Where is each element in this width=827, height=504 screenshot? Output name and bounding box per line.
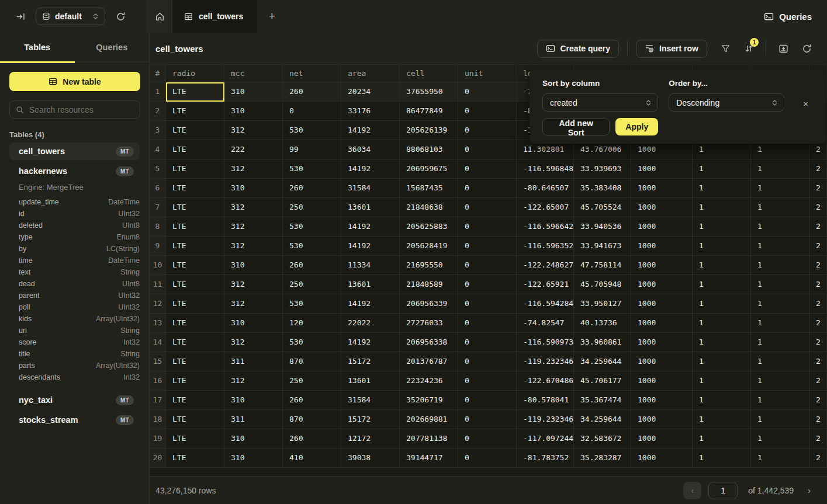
table-cell[interactable]: 250 bbox=[283, 198, 341, 217]
table-cell[interactable]: 310 bbox=[224, 449, 283, 468]
export-button[interactable] bbox=[774, 40, 792, 57]
table-cell[interactable]: LTE bbox=[166, 371, 224, 391]
table-cell[interactable]: 32.583672 bbox=[574, 429, 631, 449]
table-cell[interactable]: 47.758114 bbox=[574, 256, 631, 275]
table-cell[interactable]: 1 bbox=[751, 159, 809, 179]
table-cell[interactable]: 1000 bbox=[631, 256, 693, 275]
table-cell[interactable]: 15172 bbox=[341, 352, 400, 371]
column-header[interactable]: radio bbox=[166, 65, 224, 82]
table-cell[interactable]: 33.939693 bbox=[574, 159, 631, 179]
table-cell[interactable]: 0 bbox=[458, 449, 517, 468]
table-cell[interactable]: 1000 bbox=[631, 449, 693, 468]
table-cell[interactable]: LTE bbox=[166, 179, 224, 198]
table-cell[interactable]: 205626139 bbox=[400, 121, 458, 140]
table-cell[interactable]: -80.646507 bbox=[517, 179, 574, 198]
sidebar-table-hackernews[interactable]: hackernewsMT bbox=[9, 162, 140, 180]
table-cell[interactable]: LTE bbox=[166, 82, 224, 102]
table-cell[interactable]: -81.783752 bbox=[517, 449, 574, 468]
table-cell[interactable]: 205628419 bbox=[400, 237, 458, 256]
database-selector[interactable]: default bbox=[36, 8, 105, 25]
table-cell[interactable]: 222 bbox=[224, 140, 283, 159]
table-cell[interactable]: 1 bbox=[751, 237, 809, 256]
table-cell[interactable]: 13601 bbox=[341, 198, 400, 217]
table-cell[interactable]: 310 bbox=[224, 314, 283, 333]
table-cell[interactable]: 1000 bbox=[631, 429, 693, 449]
table-cell[interactable]: 1 bbox=[751, 449, 809, 468]
table-cell[interactable]: 0 bbox=[458, 410, 517, 429]
table-cell[interactable]: LTE bbox=[166, 140, 224, 159]
sort-column-select[interactable]: created bbox=[542, 93, 658, 112]
table-cell[interactable]: 33.941673 bbox=[574, 237, 631, 256]
table-cell[interactable]: 202669881 bbox=[400, 410, 458, 429]
table-cell[interactable]: 20234 bbox=[341, 82, 400, 102]
table-cell[interactable]: 1 bbox=[693, 198, 751, 217]
table-cell[interactable]: 1 bbox=[693, 371, 751, 391]
sidebar-tab-tables[interactable]: Tables bbox=[0, 33, 75, 62]
table-cell[interactable]: 0 bbox=[458, 391, 517, 410]
column-header[interactable]: area bbox=[341, 65, 400, 82]
table-cell[interactable]: -116.596642 bbox=[517, 217, 574, 237]
table-cell[interactable]: 311 bbox=[224, 410, 283, 429]
table-cell[interactable]: -117.097244 bbox=[517, 429, 574, 449]
table-cell[interactable]: 39144717 bbox=[400, 449, 458, 468]
sidebar-table-stocks_stream[interactable]: stocks_streamMT bbox=[9, 411, 140, 429]
table-cell[interactable]: 14192 bbox=[341, 217, 400, 237]
table-cell[interactable]: 1000 bbox=[631, 159, 693, 179]
table-cell[interactable]: 27276033 bbox=[400, 314, 458, 333]
table-cell[interactable]: LTE bbox=[166, 159, 224, 179]
table-cell[interactable]: 530 bbox=[283, 237, 341, 256]
table-cell[interactable]: 310 bbox=[224, 429, 283, 449]
table-cell[interactable]: -116.596352 bbox=[517, 237, 574, 256]
table-cell[interactable]: 205625883 bbox=[400, 217, 458, 237]
table-cell[interactable]: -122.65007 bbox=[517, 198, 574, 217]
table-cell[interactable]: LTE bbox=[166, 410, 224, 429]
table-cell[interactable]: 312 bbox=[224, 237, 283, 256]
sort-button[interactable]: 1 bbox=[740, 40, 757, 57]
table-cell[interactable]: 1 bbox=[693, 410, 751, 429]
table-cell[interactable]: 34.259644 bbox=[574, 410, 631, 429]
table-cell[interactable]: 260 bbox=[283, 82, 341, 102]
table-cell[interactable]: 312 bbox=[224, 159, 283, 179]
queries-button[interactable]: Queries bbox=[764, 12, 812, 22]
table-cell[interactable]: 1 bbox=[751, 371, 809, 391]
table-cell[interactable]: 2 bbox=[809, 275, 827, 294]
table-cell[interactable]: 22022 bbox=[341, 314, 400, 333]
table-cell[interactable]: 1 bbox=[751, 294, 809, 314]
column-header[interactable]: mcc bbox=[224, 65, 283, 82]
table-cell[interactable]: 260 bbox=[283, 391, 341, 410]
table-cell[interactable]: 1 bbox=[693, 179, 751, 198]
table-cell[interactable]: 206956338 bbox=[400, 333, 458, 352]
table-cell[interactable]: 312 bbox=[224, 275, 283, 294]
table-cell[interactable]: 11334 bbox=[341, 256, 400, 275]
insert-row-button[interactable]: Insert row bbox=[636, 40, 707, 58]
table-cell[interactable]: 2 bbox=[809, 314, 827, 333]
table-cell[interactable]: 1 bbox=[751, 333, 809, 352]
column-header[interactable]: net bbox=[283, 65, 341, 82]
table-cell[interactable]: 2 bbox=[809, 179, 827, 198]
table-cell[interactable]: 2 bbox=[809, 352, 827, 371]
table-cell[interactable]: 1000 bbox=[631, 333, 693, 352]
table-cell[interactable]: 1 bbox=[751, 198, 809, 217]
table-cell[interactable]: 0 bbox=[458, 217, 517, 237]
table-cell[interactable]: LTE bbox=[166, 352, 224, 371]
table-cell[interactable]: 15172 bbox=[341, 410, 400, 429]
table-cell[interactable]: 312 bbox=[224, 371, 283, 391]
table-cell[interactable]: LTE bbox=[166, 102, 224, 121]
table-cell[interactable]: 35.383408 bbox=[574, 179, 631, 198]
table-cell[interactable]: -122.248627 bbox=[517, 256, 574, 275]
table-cell[interactable]: 31584 bbox=[341, 179, 400, 198]
table-cell[interactable]: 99 bbox=[283, 140, 341, 159]
table-cell[interactable]: 14192 bbox=[341, 121, 400, 140]
table-cell[interactable]: 2 bbox=[809, 237, 827, 256]
table-cell[interactable]: 33176 bbox=[341, 102, 400, 121]
table-cell[interactable]: 201376787 bbox=[400, 352, 458, 371]
table-cell[interactable]: 310 bbox=[224, 102, 283, 121]
table-cell[interactable]: 1 bbox=[693, 237, 751, 256]
table-cell[interactable]: 260 bbox=[283, 256, 341, 275]
table-cell[interactable]: LTE bbox=[166, 237, 224, 256]
table-cell[interactable]: 0 bbox=[458, 256, 517, 275]
table-cell[interactable]: 310 bbox=[224, 179, 283, 198]
table-cell[interactable]: 14192 bbox=[341, 294, 400, 314]
table-cell[interactable]: 14192 bbox=[341, 237, 400, 256]
table-cell[interactable]: 40.13736 bbox=[574, 314, 631, 333]
